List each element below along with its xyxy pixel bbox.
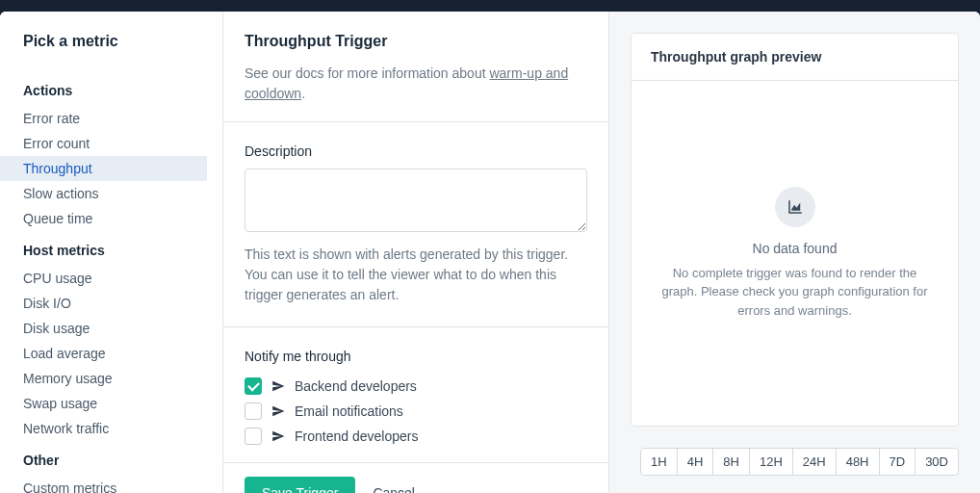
sidebar-item-network-traffic[interactable]: Network traffic [0, 416, 222, 441]
metric-sidebar: Pick a metric Actions Error rate Error c… [0, 12, 223, 493]
time-1h[interactable]: 1H [640, 448, 678, 476]
paper-plane-icon [271, 404, 285, 418]
area-chart-icon [775, 187, 815, 227]
sidebar-item-slow-actions[interactable]: Slow actions [0, 181, 222, 206]
sidebar-item-queue-time[interactable]: Queue time [0, 206, 222, 231]
sidebar-group-actions: Actions [0, 71, 222, 106]
docs-note: See our docs for more information about … [223, 64, 608, 121]
paper-plane-icon [271, 429, 285, 443]
sidebar-item-custom-metrics[interactable]: Custom metrics [0, 476, 222, 493]
sidebar-item-error-count[interactable]: Error count [0, 131, 222, 156]
description-label: Description [245, 143, 587, 159]
checkbox-backend[interactable] [245, 377, 262, 395]
time-range-group: 1H 4H 8H 12H 24H 48H 7D 30D [609, 448, 980, 493]
sidebar-item-disk-io[interactable]: Disk I/O [0, 291, 222, 316]
preview-panel: Throughput graph preview No data found N… [609, 12, 980, 493]
trigger-form: Throughput Trigger See our docs for more… [223, 12, 609, 493]
form-title: Throughput Trigger [223, 12, 608, 64]
paper-plane-icon [271, 379, 285, 393]
sidebar-title: Pick a metric [0, 12, 222, 71]
time-4h[interactable]: 4H [677, 448, 714, 476]
preview-title: Throughput graph preview [632, 34, 958, 81]
sidebar-item-memory-usage[interactable]: Memory usage [0, 366, 222, 391]
notify-option-frontend[interactable]: Frontend developers [245, 424, 587, 449]
checkbox-email[interactable] [245, 402, 262, 420]
no-data-title: No data found [753, 241, 838, 256]
sidebar-item-error-rate[interactable]: Error rate [0, 106, 222, 131]
sidebar-group-other: Other [0, 441, 222, 476]
time-12h[interactable]: 12H [749, 448, 793, 476]
sidebar-group-host-metrics: Host metrics [0, 231, 222, 266]
description-textarea[interactable] [245, 169, 587, 232]
cancel-link[interactable]: Cancel [373, 485, 415, 493]
save-button[interactable]: Save Trigger [245, 477, 355, 493]
sidebar-item-load-average[interactable]: Load average [0, 341, 222, 366]
notify-label: Notify me through [245, 349, 587, 364]
sidebar-item-cpu-usage[interactable]: CPU usage [0, 266, 222, 291]
time-30d[interactable]: 30D [915, 448, 959, 476]
time-7d[interactable]: 7D [879, 448, 916, 476]
checkbox-frontend[interactable] [245, 428, 262, 445]
notify-option-backend[interactable]: Backend developers [245, 374, 587, 399]
time-48h[interactable]: 48H [836, 448, 880, 476]
no-data-message: No complete trigger was found to render … [655, 264, 935, 321]
description-helper: This text is shown with alerts generated… [245, 245, 587, 305]
sidebar-item-swap-usage[interactable]: Swap usage [0, 391, 222, 416]
notify-option-email[interactable]: Email notifications [245, 399, 587, 424]
time-24h[interactable]: 24H [792, 448, 837, 476]
preview-card: Throughput graph preview No data found N… [631, 33, 959, 427]
time-8h[interactable]: 8H [712, 448, 750, 476]
sidebar-item-disk-usage[interactable]: Disk usage [0, 316, 222, 341]
sidebar-item-throughput[interactable]: Throughput [0, 156, 207, 181]
